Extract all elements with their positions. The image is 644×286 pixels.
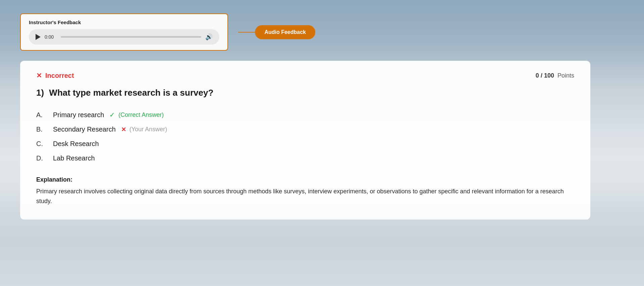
feedback-title: Instructor's Feedback: [29, 19, 219, 25]
feedback-box: Instructor's Feedback 0:00 🔊: [20, 13, 228, 51]
question-number: 1): [36, 88, 44, 98]
option-b: B. Secondary Research ✕ (Your Answer): [36, 122, 574, 137]
options-list: A. Primary research ✓ (Correct Answer) B…: [36, 107, 574, 165]
option-c-text: Desk Research: [53, 140, 99, 148]
points-current: 0: [536, 72, 539, 79]
option-d: D. Lab Research: [36, 151, 574, 165]
option-c: C. Desk Research: [36, 137, 574, 151]
question-text: 1) What type market research is a survey…: [36, 88, 574, 98]
points-score: 0 / 100: [536, 72, 556, 79]
status-header: ✕ Incorrect 0 / 100 Points: [36, 72, 574, 80]
question-body: What type market research is a survey?: [49, 88, 213, 98]
audio-progress-bar[interactable]: [61, 36, 201, 38]
explanation-title: Explanation:: [36, 176, 574, 183]
option-a-text: Primary research: [53, 111, 104, 119]
question-card: ✕ Incorrect 0 / 100 Points 1) What type …: [20, 61, 590, 220]
option-b-wrong-icon: ✕: [121, 126, 126, 133]
incorrect-x-icon: ✕: [36, 72, 42, 80]
audio-time: 0:00: [45, 34, 57, 40]
play-button[interactable]: [36, 34, 41, 40]
feedback-section: Instructor's Feedback 0:00 🔊 Audio Feedb…: [20, 13, 228, 51]
option-a-correct-icon: ✓: [109, 111, 115, 119]
explanation-section: Explanation: Primary research involves c…: [36, 176, 574, 206]
incorrect-label: Incorrect: [45, 72, 74, 80]
option-b-your-answer-label: (Your Answer): [129, 126, 167, 133]
incorrect-badge: ✕ Incorrect: [36, 72, 74, 80]
volume-icon[interactable]: 🔊: [205, 33, 213, 41]
points-display: 0 / 100 Points: [536, 72, 574, 79]
option-b-text: Secondary Research: [53, 126, 116, 133]
option-a: A. Primary research ✓ (Correct Answer): [36, 107, 574, 122]
option-c-letter: C.: [36, 140, 53, 148]
option-b-letter: B.: [36, 126, 53, 133]
option-d-letter: D.: [36, 154, 53, 162]
explanation-text: Primary research involves collecting ori…: [36, 187, 574, 206]
option-a-correct-label: (Correct Answer): [118, 111, 164, 118]
option-d-text: Lab Research: [53, 154, 95, 162]
page-content: Instructor's Feedback 0:00 🔊 Audio Feedb…: [0, 0, 644, 233]
points-total: 100: [544, 72, 554, 79]
audio-feedback-badge[interactable]: Audio Feedback: [255, 25, 315, 39]
audio-player[interactable]: 0:00 🔊: [29, 29, 219, 45]
points-label: Points: [556, 72, 574, 79]
option-a-letter: A.: [36, 111, 53, 119]
